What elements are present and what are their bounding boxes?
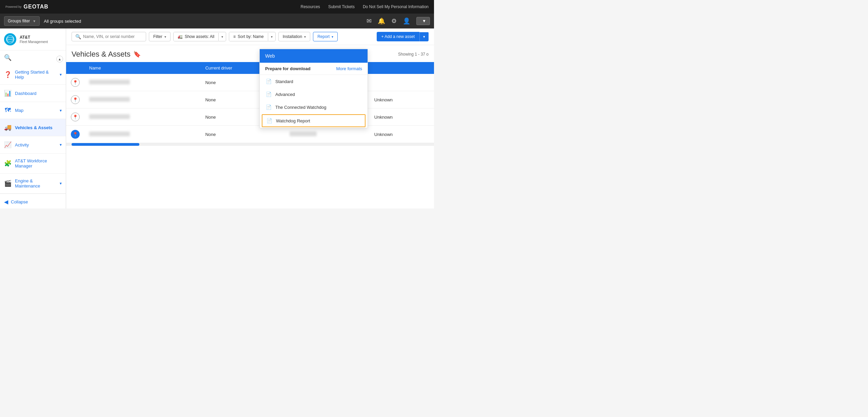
pin-cell-1[interactable]: 📍 — [66, 91, 84, 108]
dropdown-item-connected-watchdog[interactable]: 📄 The Connected Watchdog — [260, 101, 368, 114]
privacy-link[interactable]: Do Not Sell My Personal Information — [363, 4, 429, 9]
pin-icon-2: 📍 — [71, 113, 80, 121]
horizontal-scrollbar-thumb — [72, 143, 139, 146]
chevron-down-icon-4: ▾ — [60, 142, 62, 147]
sidebar: AT&T Fleet Management 🔍 ▲ ❓ Getting Star… — [0, 28, 66, 209]
horizontal-scrollbar[interactable] — [66, 143, 434, 146]
mail-icon[interactable]: ✉ — [367, 17, 372, 25]
table-row: 📍 None Unknown — [66, 126, 434, 143]
dropdown-section-header: Prepare for download More formats — [260, 63, 368, 75]
blurred-name-1 — [89, 97, 130, 102]
add-asset-dropdown-button[interactable]: ▾ — [419, 32, 429, 41]
report-dropdown-menu: Web Prepare for download More formats 📄 … — [259, 49, 368, 128]
groups-filter-dropdown-icon: ▼ — [33, 19, 36, 23]
table-header: Name Current driver VIN — [66, 62, 434, 74]
document-icon-standard: 📄 — [265, 79, 272, 84]
table-row: 📍 None Unknown — [66, 74, 434, 91]
col-pin — [66, 62, 84, 74]
sort-label: Sort by: Name — [238, 34, 264, 39]
collapse-left-icon: ◀ — [4, 199, 8, 205]
user-icon[interactable]: 👤 — [403, 17, 410, 25]
activity-icon: 📈 — [4, 141, 12, 148]
sidebar-scroll-up-button[interactable]: ▲ — [56, 56, 63, 62]
sort-icon: ≡ — [233, 34, 236, 39]
sidebar-item-map[interactable]: 🗺 Map ▾ — [0, 102, 66, 119]
pin-icon-3: 📍 — [71, 130, 80, 139]
add-asset-label: + Add a new asset — [381, 34, 415, 39]
page-title-row: Vehicles & Assets 🔖 Showing 1 - 37 o — [66, 45, 434, 62]
groups-filter-button[interactable]: Groups filter ▼ — [4, 16, 40, 26]
groups-bar: Groups filter ▼ All groups selected ✉ 🔔 … — [0, 14, 434, 28]
chevron-down-icon-2: ▾ — [60, 108, 62, 113]
vin-cell-3 — [285, 126, 370, 143]
report-button[interactable]: Report ▾ — [313, 32, 338, 41]
att-logo-svg — [5, 35, 15, 44]
watchdog-report-label: Watchdog Report — [276, 118, 310, 123]
vehicles-table: Name Current driver VIN 📍 None Unknown — [66, 62, 434, 143]
installation-dropdown-icon: ▾ — [304, 35, 306, 39]
filter-dropdown-icon: ▾ — [164, 35, 166, 39]
add-asset-wrap: + Add a new asset ▾ — [377, 32, 429, 41]
report-label: Report — [317, 34, 330, 39]
sidebar-search-icon[interactable]: 🔍 — [4, 54, 12, 61]
sidebar-item-vehicles-assets[interactable]: 🚚 Vehicles & Assets — [0, 119, 66, 136]
chevron-down-icon-6: ▾ — [60, 181, 62, 186]
brand-logo: Powered by GEOTAB — [5, 4, 48, 10]
content-area: 🔍 Filter ▾ 🚛 Show assets: All ▾ ≡ Sort b… — [66, 28, 434, 209]
sort-button[interactable]: ≡ Sort by: Name — [229, 32, 268, 41]
add-asset-button[interactable]: + Add a new asset — [377, 32, 419, 41]
pin-icon-1: 📍 — [71, 95, 80, 104]
show-assets-dropdown-icon[interactable]: ▾ — [218, 33, 226, 41]
top-bar: Powered by GEOTAB Resources Submit Ticke… — [0, 0, 434, 14]
sidebar-nav: ❓ Getting Started & Help ▾ 📊 Dashboard 🗺… — [0, 65, 66, 194]
pin-icon-0: 📍 — [71, 78, 80, 87]
col-name: Name — [84, 62, 200, 74]
sidebar-item-getting-started[interactable]: ❓ Getting Started & Help ▾ — [0, 65, 66, 85]
main-layout: AT&T Fleet Management 🔍 ▲ ❓ Getting Star… — [0, 28, 434, 209]
sidebar-search[interactable]: 🔍 — [0, 51, 66, 65]
pin-cell-2[interactable]: 📍 — [66, 108, 84, 126]
geotab-logo: GEOTAB — [24, 4, 48, 10]
sort-wrap: ≡ Sort by: Name ▾ — [229, 32, 276, 41]
top-nav-links: Resources Submit Tickets Do Not Sell My … — [301, 4, 429, 9]
dropdown-web-item[interactable]: Web — [260, 49, 368, 63]
sidebar-item-workforce[interactable]: 🧩 AT&T Workforce Manager — [0, 154, 66, 174]
resources-link[interactable]: Resources — [301, 4, 320, 9]
dropdown-item-standard[interactable]: 📄 Standard — [260, 75, 368, 88]
filter-button[interactable]: Filter ▾ — [149, 32, 171, 41]
pin-cell-3[interactable]: 📍 — [66, 126, 84, 143]
table-body: 📍 None Unknown 📍 None Unknown Unknown — [66, 74, 434, 143]
user-dropdown-icon: ▼ — [422, 19, 426, 23]
blurred-name-2 — [89, 114, 130, 119]
more-formats-link[interactable]: More formats — [336, 66, 362, 71]
bell-icon[interactable]: 🔔 — [378, 17, 385, 25]
table-row: 📍 None Unknown Unknown — [66, 108, 434, 126]
extra-cell-0 — [370, 74, 434, 91]
pin-cell-0[interactable]: 📍 — [66, 74, 84, 91]
blurred-vin-3 — [290, 132, 317, 136]
all-groups-selected-text: All groups selected — [44, 19, 81, 24]
document-icon-watchdog: 📄 — [265, 104, 272, 110]
prepare-download-label: Prepare for download — [265, 66, 311, 71]
search-input[interactable] — [83, 34, 142, 39]
extra-cell-2: Unknown — [370, 108, 434, 126]
att-logo-circle — [4, 33, 16, 45]
document-icon-watchdog-report: 📄 — [266, 118, 273, 123]
search-input-wrap[interactable]: 🔍 — [72, 32, 146, 41]
blurred-name-3 — [89, 132, 130, 136]
sort-dropdown-icon[interactable]: ▾ — [268, 33, 275, 41]
gear-icon[interactable]: ⚙ — [391, 17, 397, 25]
installation-button[interactable]: Installation ▾ — [278, 32, 310, 41]
submit-tickets-link[interactable]: Submit Tickets — [328, 4, 355, 9]
bookmark-icon[interactable]: 🔖 — [133, 51, 141, 58]
sidebar-item-activity[interactable]: 📈 Activity ▾ — [0, 136, 66, 154]
show-assets-button[interactable]: 🚛 Show assets: All — [174, 32, 218, 41]
sidebar-header: AT&T Fleet Management — [0, 28, 66, 51]
report-dropdown-icon: ▾ — [332, 35, 333, 39]
sidebar-collapse-button[interactable]: ◀ Collapse — [0, 194, 66, 209]
user-menu-button[interactable]: ▼ — [416, 17, 430, 25]
dropdown-item-watchdog-report[interactable]: 📄 Watchdog Report — [262, 114, 366, 127]
sidebar-item-engine-maintenance[interactable]: 🎬 Engine & Maintenance ▾ — [0, 174, 66, 194]
sidebar-item-dashboard[interactable]: 📊 Dashboard — [0, 85, 66, 102]
dropdown-item-advanced[interactable]: 📄 Advanced — [260, 88, 368, 101]
